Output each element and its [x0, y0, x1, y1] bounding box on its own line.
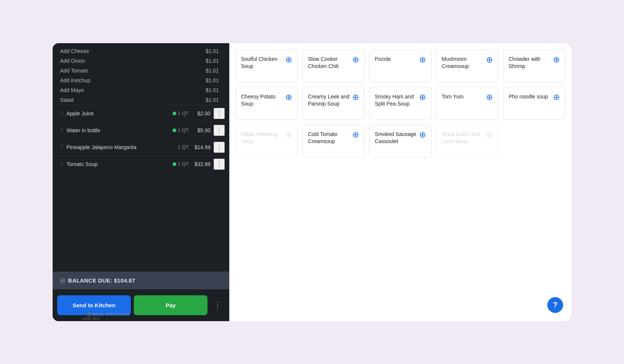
drag-handle[interactable]: ⠿	[60, 162, 64, 167]
menu-item-name: Cheesy Potato Soup	[241, 93, 283, 108]
more-actions-button[interactable]: ⋮	[211, 297, 225, 313]
action-bar: Send to Kitchen Pay ⋮	[53, 289, 229, 321]
menu-item[interactable]: Slow Cooker Chicken Chili ⊕	[302, 49, 365, 82]
menu-item: Italian Wedding Soup ⊕	[235, 124, 298, 157]
menu-item-name: Italian Wedding Soup	[241, 131, 283, 145]
menu-item[interactable]: Smoked Sausage Cassoulet ⊕	[369, 124, 432, 157]
menu-item-name: Soulful Chicken Soup	[241, 56, 283, 70]
menu-item[interactable]: Mushroom Creamsoup ⊕	[436, 49, 498, 82]
item-price: $32.89	[192, 161, 211, 167]
order-list: Add Cheese$1.01Add Onion$1.01Add Tomato$…	[53, 43, 229, 272]
add-item-button[interactable]: ⊕	[419, 93, 426, 101]
item-more-button[interactable]: ⋮	[214, 142, 225, 153]
order-item-modifier: Add Onion$1.01	[53, 56, 229, 66]
order-item-modifier: Salad$1.01	[53, 95, 229, 105]
balance-text: BALANCE DUE: $104.87	[68, 277, 135, 284]
menu-item-name: Smoky Ham and Split Pea Soup	[375, 93, 417, 108]
menu-item-name: Slow Cooker Chicken Chili	[308, 56, 350, 70]
menu-item-name: Tom Yum	[442, 93, 484, 101]
add-item-button[interactable]: ⊕	[285, 56, 292, 64]
menu-item[interactable]: Cheesy Potato Soup ⊕	[235, 87, 298, 120]
item-more-button[interactable]: ⋮	[214, 159, 225, 170]
order-item-modifier: Add Cheese$1.01	[53, 46, 229, 56]
order-item-row: ⠿ Water in bottle 1 QT $5.00 ⋮	[53, 122, 229, 139]
item-name: Pineapple Jalapeno Margarita	[67, 144, 178, 150]
add-item-button: ⊕	[285, 131, 292, 139]
menu-item-name: Pozole	[375, 56, 417, 63]
menu-item-name: Mushroom Creamsoup	[442, 56, 484, 70]
add-item-button[interactable]: ⊕	[419, 56, 426, 64]
menu-item[interactable]: Cold Tomato Creamsoup ⊕	[302, 124, 365, 157]
order-item-row: ⠿ Pineapple Jalapeno Margarita 1 QT $14.…	[53, 139, 229, 156]
drag-handle[interactable]: ⠿	[60, 111, 64, 116]
add-item-button[interactable]: ⊕	[352, 56, 359, 64]
add-item-button[interactable]: ⊕	[285, 93, 292, 101]
order-item-modifier: Add Mayo$1.01	[53, 85, 229, 95]
menu-item-name: Cold Tomato Creamsoup	[308, 131, 350, 145]
order-item-row: ⠿ Tomato Soup 1 QT $32.89 ⋮	[53, 156, 229, 172]
menu-item[interactable]: Soulful Chicken Soup ⊕	[235, 49, 298, 82]
right-panel: Soulful Chicken Soup ⊕ Slow Cooker Chick…	[229, 43, 571, 321]
menu-item[interactable]: Chowder with Shrimp ⊕	[503, 49, 565, 82]
balance-bar: ⊟ BALANCE DUE: $104.87	[53, 272, 229, 289]
status-dot	[173, 162, 176, 166]
menu-grid: Soulful Chicken Soup ⊕ Slow Cooker Chick…	[235, 49, 565, 157]
item-price: $14.99	[192, 144, 211, 150]
add-item-button[interactable]: ⊕	[553, 93, 560, 101]
add-item-button[interactable]: ⊕	[352, 93, 359, 101]
menu-item[interactable]: Creamy Leek and Parsnip Soup ⊕	[302, 87, 365, 120]
add-item-button[interactable]: ⊕	[486, 56, 493, 64]
item-name: Water in bottle	[67, 127, 173, 133]
menu-item-name: Chowder with Shrimp	[509, 56, 551, 70]
watermark: 🎬 MADE WITH GIFOX	[86, 313, 129, 317]
item-price: $5.00	[192, 127, 211, 133]
left-panel: Add Cheese$1.01Add Onion$1.01Add Tomato$…	[53, 43, 229, 321]
help-button[interactable]: ?	[547, 297, 563, 313]
order-item-modifier: Add Tomato$1.01	[53, 66, 229, 76]
add-item-button[interactable]: ⊕	[352, 131, 359, 139]
item-name: Tomato Soup	[67, 161, 173, 167]
menu-item-name: Smoked Sausage Cassoulet	[375, 131, 417, 145]
balance-icon: ⊟	[60, 277, 65, 284]
app-container: Add Cheese$1.01Add Onion$1.01Add Tomato$…	[53, 43, 571, 321]
item-more-button[interactable]: ⋮	[214, 125, 225, 136]
menu-item-name: Black Garlic and Lentil Soup	[442, 131, 484, 145]
pay-button[interactable]: Pay	[134, 295, 207, 315]
item-price: $2.00	[192, 110, 211, 116]
add-item-button[interactable]: ⊕	[486, 93, 493, 101]
add-item-button: ⊕	[486, 131, 493, 139]
order-item-row: ⠿ Apple Juice 1 QT $2.00 ⋮	[53, 105, 229, 122]
item-name: Apple Juice	[67, 110, 173, 116]
add-item-button[interactable]: ⊕	[419, 131, 426, 139]
order-item-modifier: Add Ketchup$1.01	[53, 76, 229, 85]
menu-item[interactable]: Smoky Ham and Split Pea Soup ⊕	[369, 87, 432, 120]
drag-handle[interactable]: ⠿	[60, 145, 64, 150]
item-more-button[interactable]: ⋮	[214, 108, 225, 119]
menu-item: Black Garlic and Lentil Soup ⊕	[436, 124, 498, 157]
add-item-button[interactable]: ⊕	[553, 56, 560, 64]
menu-item[interactable]: Tom Yum ⊕	[436, 87, 498, 120]
menu-item-name: Creamy Leek and Parsnip Soup	[308, 93, 350, 108]
status-dot	[173, 128, 176, 132]
logout-label: LOG OUT	[83, 317, 101, 320]
menu-item-name: Pho noodle soup	[509, 93, 551, 101]
menu-item[interactable]: Pho noodle soup ⊕	[503, 87, 565, 120]
status-dot	[173, 112, 176, 115]
drag-handle[interactable]: ⠿	[60, 128, 64, 133]
menu-item[interactable]: Pozole ⊕	[369, 49, 432, 82]
